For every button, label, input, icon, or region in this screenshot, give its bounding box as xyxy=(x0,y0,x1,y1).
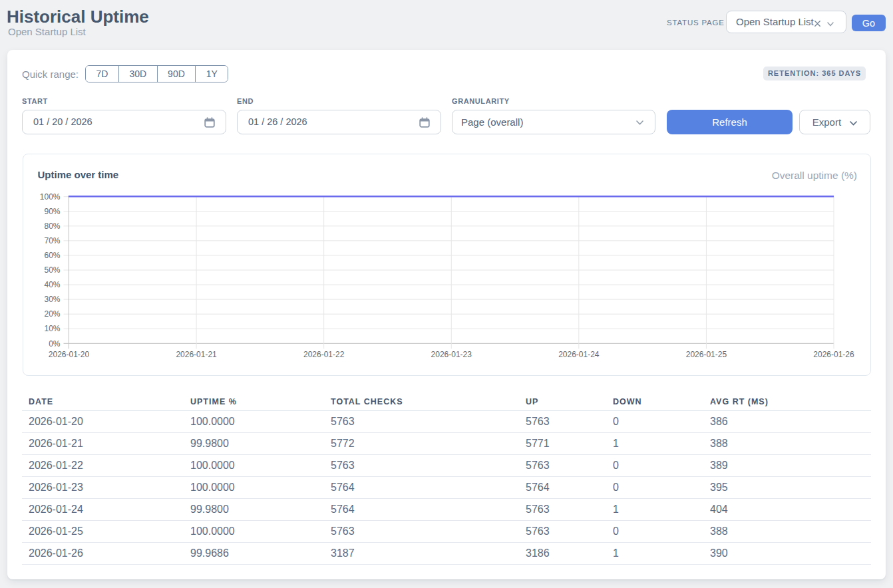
svg-text:0%: 0% xyxy=(49,339,61,349)
svg-text:70%: 70% xyxy=(44,236,60,245)
svg-text:20%: 20% xyxy=(44,309,60,319)
svg-text:100%: 100% xyxy=(40,192,61,202)
svg-text:2026-01-26: 2026-01-26 xyxy=(813,350,854,359)
svg-text:30%: 30% xyxy=(44,295,60,304)
svg-text:2026-01-24: 2026-01-24 xyxy=(558,350,600,359)
svg-text:2026-01-22: 2026-01-22 xyxy=(303,350,345,359)
svg-text:40%: 40% xyxy=(44,280,60,289)
svg-text:2026-01-21: 2026-01-21 xyxy=(176,350,217,359)
svg-text:80%: 80% xyxy=(44,221,60,231)
svg-text:50%: 50% xyxy=(44,265,60,275)
svg-text:10%: 10% xyxy=(44,324,60,333)
svg-text:2026-01-23: 2026-01-23 xyxy=(431,350,472,359)
svg-text:90%: 90% xyxy=(44,207,60,216)
svg-text:2026-01-25: 2026-01-25 xyxy=(686,350,727,359)
svg-text:2026-01-20: 2026-01-20 xyxy=(49,350,90,359)
svg-text:60%: 60% xyxy=(44,251,60,260)
